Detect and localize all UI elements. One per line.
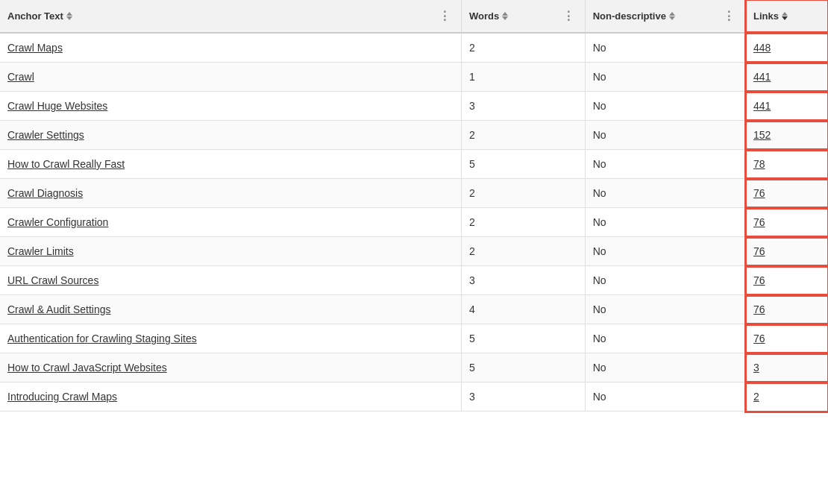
words-cell: 2	[462, 33, 586, 63]
links-value[interactable]: 3	[753, 362, 759, 374]
links-value[interactable]: 76	[753, 333, 765, 344]
links-value[interactable]: 78	[753, 158, 765, 170]
anchor-text-sort-icon[interactable]	[66, 12, 72, 20]
words-cell: 2	[462, 179, 586, 208]
words-cell: 5	[462, 324, 586, 353]
anchor-text-link[interactable]: Crawl Maps	[7, 42, 63, 54]
anchor-text-cell: Crawl Huge Websites	[0, 92, 462, 121]
anchor-text-link[interactable]: Crawl & Audit Settings	[7, 303, 111, 315]
non-descriptive-cell: No	[585, 237, 745, 266]
anchor-text-cell: URL Crawl Sources	[0, 266, 462, 295]
anchor-text-link[interactable]: Crawl Diagnosis	[7, 187, 83, 199]
non-descriptive-cell: No	[585, 382, 745, 412]
anchor-text-cell: Crawler Limits	[0, 237, 462, 266]
anchor-text-link[interactable]: Authentication for Crawling Staging Site…	[7, 333, 197, 344]
non-descriptive-cell: No	[585, 353, 745, 382]
anchor-text-link[interactable]: Crawler Settings	[7, 129, 84, 141]
links-value[interactable]: 76	[753, 303, 765, 315]
table-row: How to Crawl JavaScript Websites5No3	[0, 353, 828, 382]
anchor-text-cell: How to Crawl Really Fast	[0, 150, 462, 179]
words-cell: 5	[462, 150, 586, 179]
anchor-text-cell: Crawl	[0, 63, 462, 92]
links-label: Links	[753, 10, 779, 22]
non-descriptive-cell: No	[585, 295, 745, 324]
header-words: Words ⋮	[462, 0, 586, 33]
links-cell: 78	[746, 150, 828, 179]
non-descriptive-cell: No	[585, 121, 745, 150]
links-value[interactable]: 76	[753, 216, 765, 228]
header-anchor-text: Anchor Text ⋮	[0, 0, 462, 33]
table-row: Crawler Configuration2No76	[0, 208, 828, 237]
links-value[interactable]: 76	[753, 274, 765, 286]
anchor-text-link[interactable]: Crawler Configuration	[7, 216, 108, 228]
links-value[interactable]: 441	[753, 71, 771, 83]
links-cell: 448	[746, 33, 828, 63]
links-cell: 76	[746, 179, 828, 208]
anchor-text-link[interactable]: How to Crawl JavaScript Websites	[7, 362, 167, 374]
non-descriptive-cell: No	[585, 92, 745, 121]
links-value[interactable]: 76	[753, 245, 765, 257]
non-descriptive-sort-icon[interactable]	[669, 12, 675, 20]
non-descriptive-cell: No	[585, 324, 745, 353]
anchor-text-cell: Authentication for Crawling Staging Site…	[0, 324, 462, 353]
non-descriptive-cell: No	[585, 33, 745, 63]
links-value[interactable]: 441	[753, 100, 771, 112]
table-row: Crawler Settings2No152	[0, 121, 828, 150]
anchor-text-link[interactable]: Crawl Huge Websites	[7, 100, 107, 112]
links-cell: 441	[746, 92, 828, 121]
anchor-text-menu-icon[interactable]: ⋮	[436, 9, 454, 23]
table-row: Crawl Huge Websites3No441	[0, 92, 828, 121]
words-cell: 5	[462, 353, 586, 382]
words-cell: 2	[462, 208, 586, 237]
links-value[interactable]: 2	[753, 391, 759, 403]
links-cell: 76	[746, 208, 828, 237]
words-label: Words	[469, 10, 499, 22]
table-row: Crawl Maps2No448	[0, 33, 828, 63]
words-cell: 3	[462, 382, 586, 412]
words-cell: 1	[462, 63, 586, 92]
links-cell: 152	[746, 121, 828, 150]
links-cell: 76	[746, 324, 828, 353]
links-cell: 76	[746, 295, 828, 324]
main-table-container: Anchor Text ⋮ Words	[0, 0, 828, 504]
links-sort-icon[interactable]	[782, 12, 788, 20]
words-cell: 2	[462, 121, 586, 150]
anchor-text-cell: Crawl & Audit Settings	[0, 295, 462, 324]
words-cell: 2	[462, 237, 586, 266]
table-row: Crawl Diagnosis2No76	[0, 179, 828, 208]
non-descriptive-label: Non-descriptive	[593, 10, 666, 22]
header-links: Links	[746, 0, 828, 33]
anchor-text-cell: Crawler Configuration	[0, 208, 462, 237]
anchor-text-link[interactable]: Crawler Limits	[7, 245, 74, 257]
table-row: Crawler Limits2No76	[0, 237, 828, 266]
words-menu-icon[interactable]: ⋮	[559, 9, 577, 23]
table-header-row: Anchor Text ⋮ Words	[0, 0, 828, 33]
links-cell: 76	[746, 266, 828, 295]
anchor-text-link[interactable]: How to Crawl Really Fast	[7, 158, 125, 170]
table-row: Crawl & Audit Settings4No76	[0, 295, 828, 324]
links-value[interactable]: 448	[753, 42, 771, 54]
links-cell: 76	[746, 237, 828, 266]
links-value[interactable]: 76	[753, 187, 765, 199]
anchor-text-link[interactable]: URL Crawl Sources	[7, 274, 98, 286]
anchor-text-cell: Introducing Crawl Maps	[0, 382, 462, 412]
links-value[interactable]: 152	[753, 129, 771, 141]
table-body: Crawl Maps2No448Crawl1No441Crawl Huge We…	[0, 33, 828, 412]
words-cell: 3	[462, 92, 586, 121]
anchor-text-cell: Crawler Settings	[0, 121, 462, 150]
non-descriptive-cell: No	[585, 266, 745, 295]
links-cell: 3	[746, 353, 828, 382]
anchor-text-link[interactable]: Introducing Crawl Maps	[7, 391, 117, 403]
table-row: How to Crawl Really Fast5No78	[0, 150, 828, 179]
non-descriptive-menu-icon[interactable]: ⋮	[720, 9, 738, 23]
links-cell: 441	[746, 63, 828, 92]
links-cell: 2	[746, 382, 828, 412]
words-sort-icon[interactable]	[502, 12, 508, 20]
table-row: Crawl1No441	[0, 63, 828, 92]
table-row: Introducing Crawl Maps3No2	[0, 382, 828, 412]
anchor-text-cell: Crawl Maps	[0, 33, 462, 63]
anchor-text-label: Anchor Text	[7, 10, 63, 22]
anchor-text-link[interactable]: Crawl	[7, 71, 34, 83]
anchor-text-cell: How to Crawl JavaScript Websites	[0, 353, 462, 382]
words-cell: 4	[462, 295, 586, 324]
